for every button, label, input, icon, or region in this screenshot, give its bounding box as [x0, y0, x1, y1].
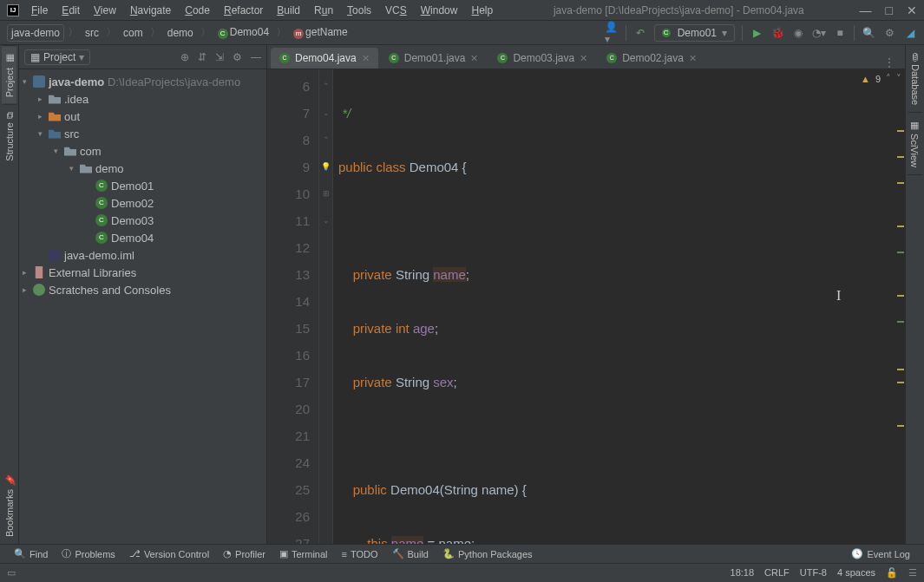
crumb-demo[interactable]: demo — [164, 25, 197, 41]
rail-bookmarks-tab[interactable]: Bookmarks 🔖 — [2, 468, 16, 544]
search-icon[interactable]: 🔍 — [862, 26, 875, 40]
menu-vcs[interactable]: VCS — [380, 3, 412, 18]
tab-demo02[interactable]: CDemo02.java✕ — [598, 48, 705, 69]
project-view-dropdown[interactable]: ▦ Project ▾ — [24, 49, 90, 65]
debug-button[interactable]: 🐞 — [770, 26, 784, 40]
menu-tools[interactable]: Tools — [342, 3, 377, 18]
menu-run[interactable]: Run — [309, 3, 338, 18]
stop-button[interactable]: ■ — [833, 26, 847, 40]
folder-icon — [80, 162, 92, 174]
tab-demo01[interactable]: CDemo01.java✕ — [380, 48, 488, 69]
tree-idea[interactable]: ▸.idea — [19, 90, 266, 108]
fold-column[interactable]: ⌃⌄⌃💡⊞⌄ — [319, 69, 333, 544]
inspection-widget[interactable]: ▲ 9 ˄ ˅ — [861, 73, 901, 84]
ide-logo-icon: IJ — [7, 4, 19, 16]
back-arrow-icon[interactable]: ↶ — [633, 26, 647, 40]
expand-all-icon[interactable]: ⇵ — [198, 51, 206, 63]
tree-demo03[interactable]: CDemo03 — [19, 212, 266, 229]
tree-demo[interactable]: ▾demo — [19, 160, 266, 177]
close-icon[interactable]: ✕ — [689, 53, 697, 64]
hide-panel-icon[interactable]: — — [251, 51, 261, 63]
menu-navigate[interactable]: Navigate — [125, 3, 176, 18]
class-icon: C — [95, 180, 108, 192]
tab-demo04[interactable]: CDemo04.java✕ — [271, 48, 378, 69]
coverage-button[interactable]: ◉ — [791, 26, 805, 40]
status-tools-icon[interactable]: ▭ — [7, 567, 16, 579]
tree-demo01[interactable]: CDemo01 — [19, 177, 266, 194]
bulb-icon[interactable]: 💡 — [321, 162, 331, 171]
status-indent[interactable]: 4 spaces — [837, 567, 875, 579]
tree-scratches[interactable]: ▸Scratches and Consoles — [19, 281, 266, 298]
structure-icon: ⧉ — [4, 112, 15, 119]
menu-help[interactable]: Help — [466, 3, 498, 18]
menu-refactor[interactable]: Refactor — [219, 3, 268, 18]
bottom-todo[interactable]: ≡TODO — [335, 549, 385, 559]
class-icon: C — [389, 53, 399, 63]
rail-database-tab[interactable]: 🛢 Database — [908, 45, 922, 113]
tree-out[interactable]: ▸out — [19, 108, 266, 125]
run-button[interactable]: ▶ — [750, 26, 763, 40]
crumb-project[interactable]: java-demo — [7, 24, 64, 42]
crumb-method[interactable]: mgetName — [290, 24, 351, 41]
run-config-dropdown[interactable]: C Demo01 ▾ — [654, 24, 735, 42]
close-button[interactable]: ✕ — [907, 3, 917, 17]
project-tree[interactable]: ▾java-demo D:\IdeaProjects\java-demo ▸.i… — [19, 69, 266, 544]
bottom-vc[interactable]: ⎇Version Control — [122, 548, 216, 559]
select-open-file-icon[interactable]: ⊕ — [180, 51, 189, 63]
tab-more-icon[interactable]: ⋮ — [877, 56, 901, 69]
menu-edit[interactable]: Edit — [56, 3, 85, 18]
menu-code[interactable]: Code — [180, 3, 215, 18]
crumb-class[interactable]: CDemo04 — [214, 24, 272, 41]
status-encoding[interactable]: UTF-8 — [800, 567, 827, 579]
tree-src[interactable]: ▾src — [19, 125, 266, 142]
user-icon[interactable]: 👤▾ — [605, 26, 619, 40]
code-area[interactable]: 67891011121314151617202124252627 ⌃⌄⌃💡⊞⌄ … — [267, 69, 905, 544]
crumb-src[interactable]: src — [82, 25, 102, 41]
rail-structure-tab[interactable]: Structure ⧉ — [3, 104, 16, 168]
status-pos[interactable]: 18:18 — [731, 567, 755, 579]
code-body[interactable]: */ public class Demo04 { private String … — [333, 69, 905, 544]
minimize-button[interactable]: — — [860, 3, 872, 17]
collapse-all-icon[interactable]: ⇲ — [215, 51, 224, 63]
bottom-problems[interactable]: ⓘProblems — [55, 547, 121, 560]
tree-iml[interactable]: java-demo.iml — [19, 246, 266, 264]
tree-demo02[interactable]: CDemo02 — [19, 194, 266, 212]
bottom-eventlog[interactable]: 🕓Event Log — [844, 548, 917, 559]
search-icon: 🔍 — [14, 548, 26, 559]
tree-demo04[interactable]: CDemo04 — [19, 229, 266, 246]
tree-root[interactable]: ▾java-demo D:\IdeaProjects\java-demo — [19, 73, 266, 90]
error-stripe[interactable] — [896, 69, 905, 544]
editor-area: CDemo04.java✕ CDemo01.java✕ CDemo03.java… — [267, 45, 905, 544]
maximize-button[interactable]: □ — [886, 3, 893, 17]
menu-file[interactable]: FFileile — [26, 3, 53, 18]
bottom-profiler[interactable]: ◔Profiler — [216, 548, 272, 559]
rail-sciview-tab[interactable]: ▦ SciView — [908, 113, 922, 175]
close-icon[interactable]: ✕ — [470, 53, 478, 64]
tree-external-libs[interactable]: ▸External Libraries — [19, 264, 266, 281]
class-icon: C — [95, 232, 108, 244]
settings-icon[interactable]: ⚙ — [882, 26, 896, 40]
close-icon[interactable]: ✕ — [580, 53, 587, 64]
profiler-button[interactable]: ◔▾ — [812, 26, 826, 40]
menu-build[interactable]: Build — [272, 3, 305, 18]
run-config-label: Demo01 — [678, 27, 717, 39]
line-gutter[interactable]: 67891011121314151617202124252627 — [267, 69, 319, 544]
menu-view[interactable]: View — [88, 3, 121, 18]
prev-issue-icon[interactable]: ˄ — [886, 73, 891, 84]
module-icon — [33, 75, 45, 88]
lock-icon[interactable]: 🔓 — [886, 567, 898, 579]
bottom-python[interactable]: 🐍Python Packages — [436, 548, 540, 559]
tree-com[interactable]: ▾com — [19, 142, 266, 160]
tab-demo03[interactable]: CDemo03.java✕ — [488, 48, 596, 69]
status-lineend[interactable]: CRLF — [764, 567, 790, 579]
notify-icon[interactable]: ☰ — [908, 567, 917, 579]
crumb-com[interactable]: com — [120, 25, 147, 41]
bottom-find[interactable]: 🔍Find — [7, 548, 55, 559]
close-icon[interactable]: ✕ — [362, 53, 370, 64]
rail-project-tab[interactable]: Project ▦ — [2, 45, 16, 104]
menu-window[interactable]: Window — [416, 3, 463, 18]
panel-settings-icon[interactable]: ⚙ — [233, 51, 242, 63]
bottom-build[interactable]: 🔨Build — [385, 548, 436, 559]
bottom-terminal[interactable]: ▣Terminal — [272, 548, 335, 559]
plugin-icon[interactable]: ◢ — [903, 26, 917, 40]
